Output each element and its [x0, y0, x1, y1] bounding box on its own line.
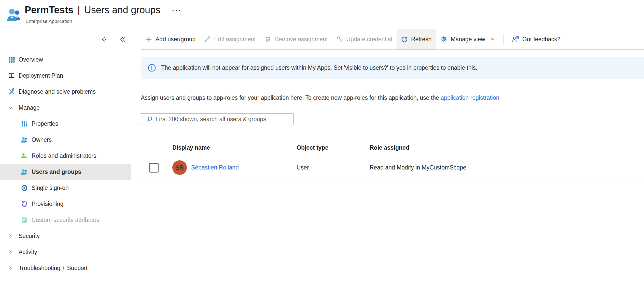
plus-icon: [146, 36, 152, 43]
sidebar-item-properties[interactable]: Properties: [0, 116, 131, 132]
sidebar-item-label: Custom security attributes: [32, 217, 99, 223]
manage-view-button[interactable]: Manage view: [436, 29, 500, 49]
app-name: PermTests: [25, 4, 74, 16]
application-registration-link[interactable]: application registration: [441, 94, 499, 101]
column-header-role-assigned[interactable]: Role assigned: [370, 144, 644, 151]
sidebar-item-label: Owners: [32, 136, 52, 143]
sidebar-item-provisioning[interactable]: Provisioning: [0, 196, 131, 212]
sidebar-item-owners[interactable]: Owners: [0, 132, 131, 148]
avatar: SR: [172, 160, 187, 175]
edit-assignment-button[interactable]: Edit assignment: [200, 29, 260, 49]
users-and-groups-page: PermTests | Users and groups ··· Enterpr…: [0, 0, 644, 283]
sidebar-section-troubleshooting-support[interactable]: Troubleshooting + Support: [0, 260, 131, 276]
properties-icon: [20, 120, 28, 128]
update-credential-button[interactable]: Update credential: [332, 29, 397, 49]
pencil-icon: [204, 36, 211, 43]
collapse-sidebar-icon[interactable]: [119, 36, 127, 43]
sidebar-menu: Overview Deployment Plan: [0, 52, 131, 276]
sidebar-item-label: Properties: [32, 120, 58, 127]
overview-icon: [8, 56, 15, 64]
column-header-display-name[interactable]: Display name: [172, 144, 297, 151]
feedback-icon: [512, 36, 519, 43]
sidebar-item-label: Diagnose and solve problems: [19, 88, 96, 95]
sidebar-section-label: Manage: [19, 104, 40, 111]
column-header-object-type[interactable]: Object type: [297, 144, 370, 151]
sidebar-item-overview[interactable]: Overview: [0, 52, 131, 68]
key-icon: [337, 36, 343, 43]
object-type-cell: User: [297, 164, 370, 171]
trash-icon: [264, 36, 271, 43]
banner-message: The application will not appear for assi…: [161, 64, 478, 71]
sidebar-section-label: Activity: [19, 249, 37, 256]
sidebar-section-label: Security: [19, 233, 40, 239]
title-block: PermTests | Users and groups ··· Enterpr…: [25, 4, 182, 24]
refresh-icon: [401, 36, 408, 43]
page-description: Assign users and groups to app-roles for…: [141, 94, 644, 101]
search-icon: [146, 116, 153, 122]
row-checkbox[interactable]: [149, 163, 159, 173]
add-user-group-button[interactable]: Add user/group: [141, 29, 200, 49]
enterprise-app-people-icon: [6, 7, 22, 23]
tools-icon: [8, 88, 15, 96]
chevron-down-icon: [8, 104, 13, 112]
people-icon: [20, 136, 28, 144]
title-separator: |: [78, 4, 80, 16]
role-assigned-cell: Read and Modify in MyCustomScope: [370, 164, 644, 171]
sidebar-item-label: Overview: [19, 56, 43, 63]
got-feedback-button[interactable]: Got feedback?: [508, 29, 565, 49]
sidebar-section-activity[interactable]: Activity: [0, 244, 131, 260]
chevron-right-icon: [8, 248, 13, 256]
attributes-document-icon: [20, 216, 28, 224]
sidebar-item-label: Users and groups: [32, 168, 81, 175]
search-input[interactable]: [156, 116, 290, 123]
toolbar-divider: [503, 34, 504, 45]
sidebar-item-label: Provisioning: [32, 201, 63, 207]
sidebar-item-custom-security-attributes[interactable]: Custom security attributes: [0, 212, 131, 228]
description-text: Assign users and groups to app-roles for…: [141, 94, 441, 101]
book-icon: [8, 72, 15, 80]
sidebar-item-deployment-plan[interactable]: Deployment Plan: [0, 68, 131, 84]
table-row: SR Sébastien Rolland User Read and Modif…: [141, 157, 644, 178]
refresh-button[interactable]: Refresh: [397, 29, 436, 49]
sidebar-item-label: Single sign-on: [32, 185, 69, 191]
info-banner: The application will not appear for assi…: [141, 57, 644, 79]
page-header: PermTests | Users and groups ··· Enterpr…: [6, 4, 182, 24]
assignments-table: Display name Object type Role assigned S…: [141, 139, 644, 178]
resize-sidebar-icon[interactable]: [100, 36, 108, 43]
sidebar-section-security[interactable]: Security: [0, 228, 131, 244]
page-title: Users and groups: [84, 4, 160, 16]
main-content: Add user/group Edit assignment Remove as…: [141, 29, 644, 178]
chevron-down-icon: [489, 36, 496, 42]
sidebar-item-users-and-groups[interactable]: Users and groups: [0, 164, 131, 180]
sign-in-icon: [20, 184, 28, 192]
sidebar-item-diagnose[interactable]: Diagnose and solve problems: [0, 84, 131, 100]
sidebar-item-label: Deployment Plan: [19, 72, 63, 79]
gear-icon: [440, 36, 447, 43]
sidebar-section-manage[interactable]: Manage: [0, 100, 131, 116]
sidebar: Overview Deployment Plan: [0, 29, 131, 276]
app-type-subtitle: Enterprise Application: [25, 19, 182, 24]
person-cube-icon: [20, 152, 28, 160]
table-header-row: Display name Object type Role assigned: [141, 139, 644, 157]
more-actions-button[interactable]: ···: [172, 6, 182, 14]
sidebar-item-single-sign-on[interactable]: Single sign-on: [0, 180, 131, 196]
command-bar: Add user/group Edit assignment Remove as…: [141, 29, 644, 50]
people-icon: [20, 168, 28, 176]
provisioning-sync-icon: [20, 200, 28, 208]
sidebar-item-label: Roles and administrators: [32, 152, 96, 159]
search-box[interactable]: [141, 113, 293, 125]
remove-assignment-button[interactable]: Remove assignment: [260, 29, 332, 49]
chevron-right-icon: [8, 232, 13, 240]
user-display-name-link[interactable]: Sébastien Rolland: [191, 164, 239, 171]
sidebar-section-label: Troubleshooting + Support: [19, 265, 88, 272]
info-icon: [148, 64, 156, 72]
sidebar-item-roles-administrators[interactable]: Roles and administrators: [0, 148, 131, 164]
chevron-right-icon: [8, 264, 13, 272]
sidebar-tools: [0, 29, 131, 50]
